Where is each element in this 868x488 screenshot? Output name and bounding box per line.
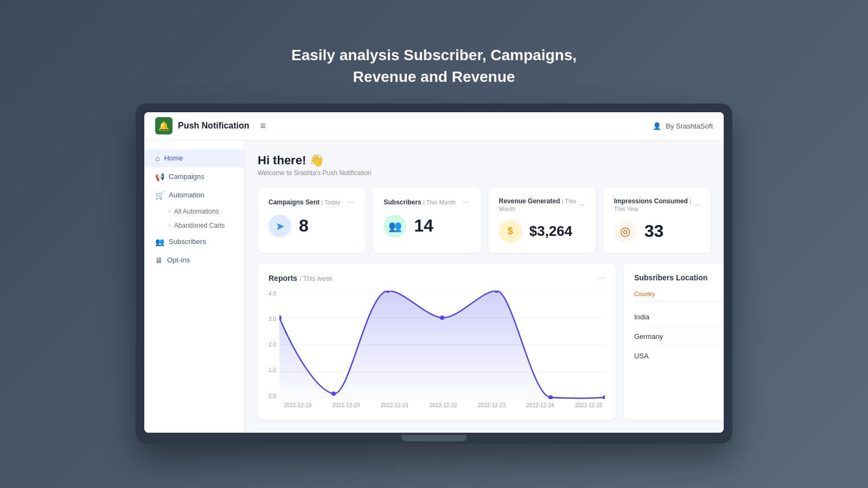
- campaigns-icon: 📢: [155, 172, 164, 181]
- location-row-india: India 12: [634, 307, 724, 327]
- stats-grid: Campaigns Sent | Today ··· ➤ 8: [258, 188, 711, 253]
- x-label-5: 2022-12-24: [526, 402, 554, 408]
- x-label-3: 2022-12-22: [429, 402, 457, 408]
- optins-icon: 🖥: [155, 256, 163, 265]
- sidebar-item-label: Campaigns: [169, 172, 205, 181]
- sidebar-sub-all-automations[interactable]: All Automations: [144, 204, 244, 219]
- location-row-usa: USA 1: [634, 346, 724, 365]
- svg-point-5: [279, 316, 282, 320]
- sidebar-item-home[interactable]: ⌂ Home: [144, 149, 244, 168]
- stat-label-subscribers: Subscribers: [384, 198, 421, 206]
- laptop-screen: 🔔 Push Notification ≡ 👤 By SrashtaSoft ⌂…: [144, 112, 724, 433]
- campaigns-value: 8: [299, 216, 309, 236]
- greeting-subtitle: Welcome to Srashta's Push Notification: [258, 169, 711, 177]
- sidebar: ⌂ Home 📢 Campaigns 🛒 Automation All Auto…: [144, 140, 245, 433]
- country-usa: USA: [634, 352, 649, 360]
- impressions-value: 33: [644, 221, 664, 241]
- stat-period-subscribers: | This Month: [423, 199, 456, 206]
- impressions-icon-circle: ◎: [614, 220, 637, 243]
- stat-label-revenue: Revenue Generated: [499, 197, 560, 205]
- stat-dots-subscribers[interactable]: ···: [462, 197, 469, 207]
- location-title: Subsribers Location: [634, 273, 724, 282]
- stat-card-subscribers: Subscribers | This Month ··· 👥 14: [373, 188, 480, 253]
- y-label-4: 4.0: [269, 291, 276, 297]
- stat-label-campaigns: Campaigns Sent: [269, 198, 320, 206]
- svg-point-11: [603, 395, 605, 399]
- all-automations-label: All Automations: [174, 208, 219, 215]
- revenue-icon-circle: $: [499, 220, 522, 243]
- y-label-0: 0.0: [269, 393, 276, 399]
- x-label-1: 2022-12-20: [332, 402, 360, 408]
- sidebar-sub-abandoned-carts[interactable]: Abandoned Carts: [144, 219, 244, 233]
- logo-area: 🔔 Push Notification: [155, 117, 250, 134]
- revenue-value: $3,264: [529, 223, 573, 240]
- abandoned-carts-label: Abandoned Carts: [174, 222, 225, 229]
- page-title: Easily analysis Subscriber, Campaigns, R…: [291, 44, 577, 87]
- sidebar-item-subscribers[interactable]: 👥 Subscribers: [144, 233, 244, 251]
- sidebar-item-label: Opt-ins: [167, 256, 190, 264]
- subscribers-icon: 👥: [155, 237, 164, 246]
- chart-title: Reports: [269, 274, 297, 282]
- location-col-country: Country: [634, 291, 655, 297]
- y-label-2: 2.0: [269, 342, 276, 348]
- automation-icon: 🛒: [155, 191, 164, 200]
- sidebar-item-label: Automation: [169, 191, 205, 199]
- laptop-notch: [401, 435, 467, 441]
- stat-dots-impressions[interactable]: ···: [693, 200, 700, 210]
- y-label-1: 1.0: [269, 367, 276, 373]
- chart-card: Reports / This week ··· 4.0 3.0: [258, 264, 616, 420]
- sidebar-item-campaigns[interactable]: 📢 Campaigns: [144, 168, 244, 186]
- home-icon: ⌂: [155, 154, 159, 163]
- svg-point-8: [440, 316, 444, 320]
- country-india: India: [634, 313, 649, 321]
- location-card: Subsribers Location Country Subcriber In…: [623, 264, 724, 420]
- country-germany: Germany: [634, 332, 663, 341]
- chart-svg: [279, 291, 605, 399]
- user-label: By SrashtaSoft: [666, 122, 713, 130]
- stat-card-campaigns: Campaigns Sent | Today ··· ➤ 8: [258, 188, 365, 253]
- x-label-2: 2022-12-21: [381, 402, 409, 408]
- laptop-outer: 🔔 Push Notification ≡ 👤 By SrashtaSoft ⌂…: [136, 104, 732, 444]
- sidebar-item-label: Home: [164, 154, 183, 162]
- subscribers-icon-circle: 👥: [384, 215, 406, 237]
- laptop-base: [144, 433, 724, 444]
- chart-period: / This week: [299, 275, 332, 282]
- hamburger-icon[interactable]: ≡: [260, 120, 266, 132]
- subscribers-value: 14: [414, 216, 433, 236]
- stat-label-impressions: Impressions Consumed: [614, 197, 688, 205]
- campaigns-icon-circle: ➤: [269, 215, 291, 237]
- sidebar-item-label: Subscribers: [169, 237, 206, 246]
- location-row-germany: Germany 1: [634, 327, 724, 346]
- app-header: 🔔 Push Notification ≡ 👤 By SrashtaSoft: [144, 112, 724, 140]
- main-content: Hi there! 👋 Welcome to Srashta's Push No…: [245, 140, 724, 433]
- sidebar-item-optins[interactable]: 🖥 Opt-ins: [144, 251, 244, 269]
- logo-icon: 🔔: [155, 117, 173, 134]
- header-right: 👤 By SrashtaSoft: [653, 122, 713, 130]
- x-label-0: 2022-12-19: [284, 402, 311, 408]
- stat-dots-revenue[interactable]: ···: [577, 200, 584, 210]
- x-label-6: 2022-12-25: [575, 402, 603, 408]
- user-icon: 👤: [653, 122, 661, 130]
- bottom-section: Reports / This week ··· 4.0 3.0: [258, 264, 711, 420]
- app-body: ⌂ Home 📢 Campaigns 🛒 Automation All Auto…: [144, 140, 724, 433]
- greeting: Hi there! 👋 Welcome to Srashta's Push No…: [258, 153, 711, 177]
- greeting-text: Hi there! 👋: [258, 153, 711, 168]
- y-label-3: 3.0: [269, 316, 276, 322]
- stat-period-campaigns: | Today: [321, 199, 340, 206]
- stat-card-revenue: Revenue Generated | This Month ··· $ $3,…: [488, 188, 596, 253]
- sidebar-item-automation[interactable]: 🛒 Automation: [144, 186, 244, 204]
- stat-dots-campaigns[interactable]: ···: [347, 197, 354, 207]
- svg-point-6: [331, 391, 336, 396]
- logo-text: Push Notification: [178, 121, 250, 131]
- stat-card-impressions: Impressions Consumed | This Year ··· ◎ 3…: [603, 188, 711, 253]
- x-label-4: 2022-12-23: [478, 402, 506, 408]
- svg-point-10: [548, 395, 553, 399]
- chart-dots[interactable]: ···: [598, 273, 605, 283]
